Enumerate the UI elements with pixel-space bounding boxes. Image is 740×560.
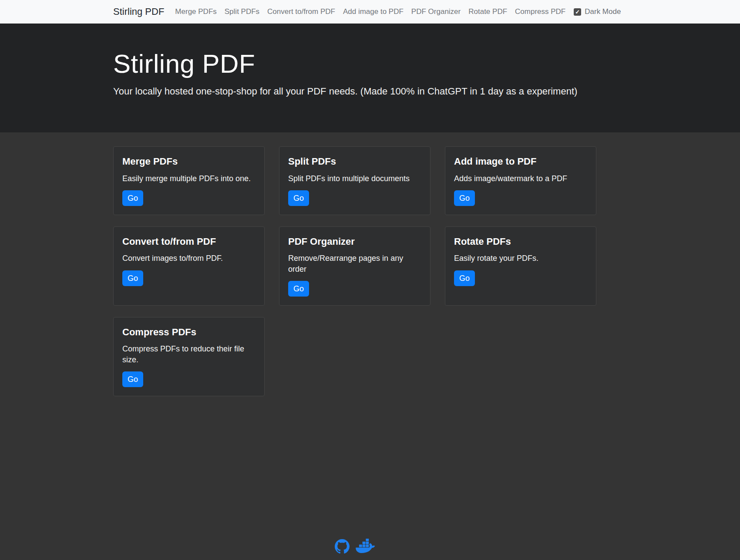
card-title: Merge PDFs (122, 155, 256, 168)
go-button-merge-pdfs[interactable]: Go (122, 190, 143, 206)
brand-link[interactable]: Stirling PDF (113, 6, 164, 17)
go-button-convert-pdf[interactable]: Go (122, 270, 143, 286)
card-compress-pdfs: Compress PDFs Compress PDFs to reduce th… (113, 317, 265, 396)
card-description: Adds image/watermark to a PDF (454, 173, 587, 184)
card-convert-pdf: Convert to/from PDF Convert images to/fr… (113, 226, 265, 306)
go-button-split-pdfs[interactable]: Go (288, 190, 309, 206)
card-add-image-to-pdf: Add image to PDF Adds image/watermark to… (445, 146, 596, 215)
card-description: Split PDFs into multiple documents (288, 173, 421, 184)
card-title: Rotate PDFs (454, 236, 587, 248)
card-split-pdfs: Split PDFs Split PDFs into multiple docu… (279, 146, 431, 215)
go-button-pdf-organizer[interactable]: Go (288, 281, 309, 297)
docker-icon (355, 539, 375, 554)
page-subtitle: Your locally hosted one-stop-shop for al… (113, 86, 740, 97)
feature-card-grid: Merge PDFs Easily merge multiple PDFs in… (113, 146, 596, 396)
card-title: Split PDFs (288, 155, 421, 168)
page-title: Stirling PDF (113, 49, 740, 79)
card-description: Easily rotate your PDFs. (454, 253, 587, 263)
card-title: Add image to PDF (454, 155, 587, 168)
card-pdf-organizer: PDF Organizer Remove/Rearrange pages in … (279, 226, 431, 306)
hero-banner: Stirling PDF Your locally hosted one-sto… (0, 24, 740, 132)
nav-item-merge-pdfs[interactable]: Merge PDFs (171, 7, 220, 16)
nav-item-pdf-organizer[interactable]: PDF Organizer (407, 7, 464, 16)
github-icon (335, 539, 350, 554)
github-link[interactable] (335, 539, 350, 554)
card-description: Compress PDFs to reduce their file size. (122, 344, 256, 365)
top-navbar: Stirling PDF Merge PDFs Split PDFs Conve… (0, 0, 740, 24)
footer (113, 539, 596, 560)
go-button-compress-pdfs[interactable]: Go (122, 371, 143, 387)
card-title: PDF Organizer (288, 236, 421, 248)
card-description: Remove/Rearrange pages in any order (288, 253, 421, 274)
card-description: Convert images to/from PDF. (122, 253, 256, 263)
go-button-add-image[interactable]: Go (454, 190, 475, 206)
card-title: Compress PDFs (122, 326, 256, 338)
dark-mode-label: Dark Mode (585, 7, 621, 16)
card-title: Convert to/from PDF (122, 236, 256, 248)
docker-link[interactable] (355, 539, 375, 554)
nav-item-split-pdfs[interactable]: Split PDFs (221, 7, 263, 16)
dark-mode-checkbox[interactable] (574, 8, 581, 16)
nav-item-convert-pdf[interactable]: Convert to/from PDF (263, 7, 339, 16)
nav-item-compress-pdf[interactable]: Compress PDF (511, 7, 569, 16)
nav-item-rotate-pdf[interactable]: Rotate PDF (464, 7, 511, 16)
nav-links: Merge PDFs Split PDFs Convert to/from PD… (171, 7, 621, 16)
card-description: Easily merge multiple PDFs into one. (122, 173, 256, 184)
card-rotate-pdfs: Rotate PDFs Easily rotate your PDFs. Go (445, 226, 596, 306)
nav-item-add-image[interactable]: Add image to PDF (339, 7, 407, 16)
dark-mode-toggle-group: Dark Mode (574, 7, 621, 16)
go-button-rotate-pdfs[interactable]: Go (454, 270, 475, 286)
card-merge-pdfs: Merge PDFs Easily merge multiple PDFs in… (113, 146, 265, 215)
